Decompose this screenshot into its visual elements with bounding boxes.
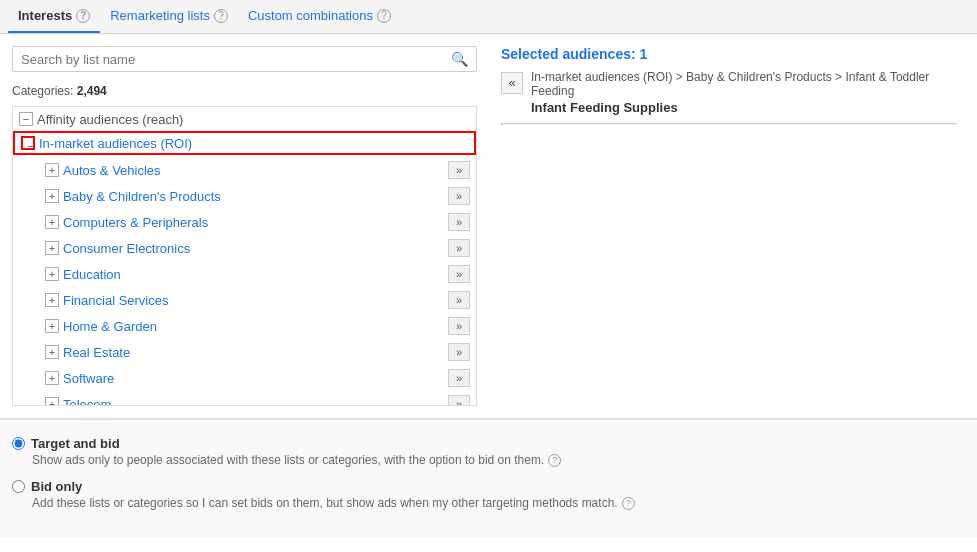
list-item[interactable]: + Home & Garden »	[13, 313, 476, 339]
list-item[interactable]: + Computers & Peripherals »	[13, 209, 476, 235]
tab-custom[interactable]: Custom combinations ?	[238, 0, 401, 33]
telecom-label: Telecom	[63, 397, 111, 407]
baby-label: Baby & Children's Products	[63, 189, 221, 204]
expand-icon: +	[45, 215, 59, 229]
tab-interests-label: Interests	[18, 8, 72, 23]
expand-icon: +	[45, 319, 59, 333]
bid-only-text: Bid only	[31, 479, 82, 494]
bid-only-option: Bid only Add these lists or categories s…	[12, 479, 965, 510]
telecom-arrow-btn[interactable]: »	[448, 395, 470, 406]
list-item[interactable]: + Real Estate »	[13, 339, 476, 365]
home-arrow-btn[interactable]: »	[448, 317, 470, 335]
list-item[interactable]: − Affinity audiences (reach)	[13, 107, 476, 131]
right-panel: Selected audiences: 1 « In-market audien…	[493, 46, 965, 406]
selected-audiences-header: Selected audiences: 1	[501, 46, 957, 62]
tabs-bar: Interests ? Remarketing lists ? Custom c…	[0, 0, 977, 34]
bottom-options: Target and bid Show ads only to people a…	[0, 419, 977, 538]
expand-icon: +	[45, 241, 59, 255]
selected-count: 1	[640, 46, 648, 62]
back-button[interactable]: «	[501, 72, 523, 94]
expand-icon: +	[45, 267, 59, 281]
software-label: Software	[63, 371, 114, 386]
roi-collapse-icon: −	[21, 136, 35, 150]
target-and-bid-option: Target and bid Show ads only to people a…	[12, 436, 965, 467]
search-input[interactable]	[21, 52, 451, 67]
expand-icon: +	[45, 397, 59, 406]
divider	[501, 123, 957, 125]
selected-item-text: In-market audiences (ROI) > Baby & Child…	[531, 70, 957, 115]
target-and-bid-text: Target and bid	[31, 436, 120, 451]
in-market-item[interactable]: − In-market audiences (ROI)	[13, 131, 476, 155]
list-item[interactable]: + Baby & Children's Products »	[13, 183, 476, 209]
categories-count: 2,494	[77, 84, 107, 98]
list-item[interactable]: + Consumer Electronics »	[13, 235, 476, 261]
main-content: 🔍 Categories: 2,494 − Affinity audiences…	[0, 34, 977, 418]
tab-interests[interactable]: Interests ?	[8, 0, 100, 33]
autos-arrow-btn[interactable]: »	[448, 161, 470, 179]
interests-help-icon[interactable]: ?	[76, 9, 90, 23]
list-item[interactable]: + Financial Services »	[13, 287, 476, 313]
tab-remarketing-label: Remarketing lists	[110, 8, 210, 23]
expand-icon: +	[45, 163, 59, 177]
left-panel: 🔍 Categories: 2,494 − Affinity audiences…	[12, 46, 477, 406]
realestate-arrow-btn[interactable]: »	[448, 343, 470, 361]
bid-only-desc: Add these lists or categories so I can s…	[32, 496, 965, 510]
list-container[interactable]: − Affinity audiences (reach) − In-market…	[12, 106, 477, 406]
remarketing-help-icon[interactable]: ?	[214, 9, 228, 23]
categories-header: Categories: 2,494	[12, 80, 477, 102]
realestate-label: Real Estate	[63, 345, 130, 360]
home-label: Home & Garden	[63, 319, 157, 334]
consumer-arrow-btn[interactable]: »	[448, 239, 470, 257]
financial-arrow-btn[interactable]: »	[448, 291, 470, 309]
in-market-label: In-market audiences (ROI)	[39, 136, 192, 151]
software-arrow-btn[interactable]: »	[448, 369, 470, 387]
target-bid-help-icon[interactable]: ?	[548, 454, 561, 467]
bid-only-help-icon[interactable]: ?	[622, 497, 635, 510]
tab-custom-label: Custom combinations	[248, 8, 373, 23]
custom-help-icon[interactable]: ?	[377, 9, 391, 23]
education-arrow-btn[interactable]: »	[448, 265, 470, 283]
expand-icon: +	[45, 371, 59, 385]
expand-icon: −	[19, 112, 33, 126]
list-item[interactable]: + Autos & Vehicles »	[13, 157, 476, 183]
search-icon: 🔍	[451, 51, 468, 67]
list-item[interactable]: + Telecom »	[13, 391, 476, 406]
target-and-bid-desc: Show ads only to people associated with …	[32, 453, 965, 467]
computers-label: Computers & Peripherals	[63, 215, 208, 230]
bid-only-label[interactable]: Bid only	[12, 479, 965, 494]
education-label: Education	[63, 267, 121, 282]
selected-item-row: « In-market audiences (ROI) > Baby & Chi…	[501, 70, 957, 115]
affinity-label: Affinity audiences (reach)	[37, 112, 183, 127]
tab-remarketing[interactable]: Remarketing lists ?	[100, 0, 238, 33]
list-item[interactable]: + Software »	[13, 365, 476, 391]
bid-only-radio[interactable]	[12, 480, 25, 493]
expand-icon: +	[45, 293, 59, 307]
target-and-bid-radio[interactable]	[12, 437, 25, 450]
expand-icon: +	[45, 189, 59, 203]
target-and-bid-label[interactable]: Target and bid	[12, 436, 965, 451]
search-box[interactable]: 🔍	[12, 46, 477, 72]
expand-icon: +	[45, 345, 59, 359]
computers-arrow-btn[interactable]: »	[448, 213, 470, 231]
baby-arrow-btn[interactable]: »	[448, 187, 470, 205]
autos-label: Autos & Vehicles	[63, 163, 161, 178]
list-item[interactable]: + Education »	[13, 261, 476, 287]
selected-breadcrumb: In-market audiences (ROI) > Baby & Child…	[531, 70, 929, 98]
financial-label: Financial Services	[63, 293, 169, 308]
consumer-label: Consumer Electronics	[63, 241, 190, 256]
selected-item-name: Infant Feeding Supplies	[531, 100, 957, 115]
